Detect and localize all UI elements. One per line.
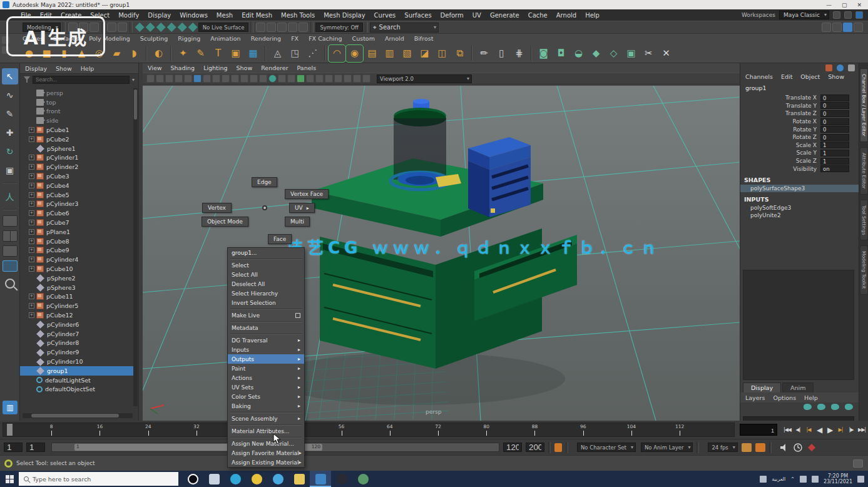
hypershade-icon[interactable]	[288, 23, 297, 32]
outliner-item-pCylinder4[interactable]: +pCylinder4	[20, 255, 134, 264]
snap-to-point-icon[interactable]	[156, 23, 166, 32]
outliner-item-pCube9[interactable]: +pCube9	[20, 246, 134, 255]
shaded-icon[interactable]	[278, 74, 286, 83]
boolean-difference-icon[interactable]: ◘	[553, 46, 569, 61]
select-camera-icon[interactable]	[146, 74, 155, 83]
modeling-toolkit-toggle-icon[interactable]	[854, 23, 863, 32]
menu-item-curves[interactable]: Curves	[370, 11, 401, 20]
scale-tool[interactable]: ▣	[2, 162, 18, 178]
layout-four-pane[interactable]	[3, 230, 18, 242]
shelf-tab-sculpting[interactable]: Sculpting	[140, 35, 168, 44]
poly-disc-icon[interactable]: ◗	[126, 46, 142, 61]
playback-end-field[interactable]	[503, 443, 522, 452]
outliner-search-input[interactable]	[33, 76, 130, 84]
shadows-icon[interactable]	[306, 74, 314, 83]
sidebar-tab-attribute-editor[interactable]: Attribute Editor	[860, 147, 868, 195]
current-frame-field[interactable]	[740, 424, 777, 436]
viewport-menu-panels[interactable]: Panels	[297, 64, 317, 72]
expand-toggle-icon[interactable]: +	[29, 257, 34, 262]
fps-select[interactable]: 24 fps	[708, 443, 737, 452]
outliner-item-pSphere2[interactable]: pSphere2	[20, 274, 134, 283]
exposure-icon[interactable]	[344, 74, 352, 83]
menu-item-mesh[interactable]: Mesh	[212, 11, 237, 20]
task-view-icon[interactable]	[203, 471, 225, 487]
shelf-tab-surfaces[interactable]: Surfaces	[53, 35, 79, 44]
outliner-filter-icon[interactable]	[24, 76, 30, 83]
shelf-menu-icon[interactable]	[2, 36, 9, 44]
menu-item-edit[interactable]: Edit	[36, 11, 56, 20]
curve-cv-icon[interactable]: ✦	[175, 46, 191, 61]
context-menu-item-actions[interactable]: Actions▸	[228, 373, 304, 382]
outliner-item-pCylinder2[interactable]: +pCylinder2	[20, 162, 134, 172]
expand-toggle-icon[interactable]: +	[29, 136, 34, 142]
outliner-menu-show[interactable]: Show	[56, 65, 72, 72]
menu-item-mesh-tools[interactable]: Mesh Tools	[277, 11, 319, 20]
context-menu-item-make-live[interactable]: Make Live	[228, 310, 304, 320]
channel-box-menu-show[interactable]: Show	[828, 73, 844, 80]
menu-item-modify[interactable]: Modify	[114, 11, 143, 20]
layer-visibility-icon[interactable]	[804, 404, 812, 410]
outliner-item-group1[interactable]: group1	[20, 366, 134, 376]
file-explorer-icon[interactable]	[288, 471, 310, 487]
outliner-item-pCylinder6[interactable]: pCylinder6	[20, 320, 134, 329]
expand-toggle-icon[interactable]: +	[29, 210, 34, 216]
minimize-button[interactable]: —	[826, 2, 832, 8]
shelf-tab-animation[interactable]: Animation	[210, 35, 240, 44]
outliner-item-pSphere1[interactable]: pSphere1	[20, 144, 134, 153]
layer-menu-options[interactable]: Options	[773, 394, 796, 401]
context-menu-item-select[interactable]: Select	[228, 260, 304, 270]
outliner-item-pCylinder10[interactable]: pCylinder10	[20, 357, 134, 366]
marking-menu-edge[interactable]: Edge	[252, 177, 277, 187]
context-menu-item-assign-existing-material[interactable]: Assign Existing Material▸	[228, 458, 304, 467]
animation-start-field[interactable]	[4, 443, 23, 452]
time-slider[interactable]: 81624324048566472808896104112	[3, 423, 735, 437]
viewport-menu-renderer[interactable]: Renderer	[261, 64, 288, 72]
context-menu-item-baking[interactable]: Baking▸	[228, 401, 304, 411]
construction-plane-icon[interactable]: ◬	[270, 46, 285, 61]
outliner-item-pCube4[interactable]: +pCube4	[20, 181, 134, 190]
shelf-tab-curves[interactable]: Curves	[23, 35, 43, 44]
close-button[interactable]: ✕	[857, 2, 862, 8]
channel-box-menu-object[interactable]: Object	[800, 73, 820, 80]
channel-value[interactable]: 0	[820, 102, 849, 109]
hash-icon[interactable]: ⋕	[511, 46, 527, 61]
step-forward-frame-button[interactable]: |▶	[846, 424, 856, 435]
lock-camera-icon[interactable]	[156, 74, 164, 83]
context-menu-item-invert-selection[interactable]: Invert Selection	[228, 298, 304, 307]
menu-item-display[interactable]: Display	[143, 11, 175, 20]
channel-hyperbolic-icon[interactable]	[848, 64, 855, 71]
taskbar-search[interactable]: Type here to search	[19, 472, 178, 486]
viewport-menu-lighting[interactable]: Lighting	[203, 64, 227, 72]
expand-toggle-icon[interactable]: +	[29, 238, 34, 244]
menu-item-create[interactable]: Create	[56, 11, 86, 20]
snap-to-projected-center-icon[interactable]	[167, 23, 176, 32]
context-menu-item-paint[interactable]: Paint▸	[228, 364, 304, 373]
select-tool[interactable]: ↖	[2, 68, 18, 85]
xray-icon[interactable]	[334, 74, 342, 83]
gate-mask-icon[interactable]	[231, 74, 239, 83]
outliner-item-pCube6[interactable]: +pCube6	[20, 208, 134, 218]
anim-layer-select[interactable]: No Anim Layer	[641, 443, 693, 452]
ipr-render-icon[interactable]	[267, 23, 276, 32]
start-button[interactable]	[0, 471, 19, 487]
outliner-item-pCube7[interactable]: +pCube7	[20, 218, 134, 227]
edge-icon[interactable]	[225, 471, 246, 487]
menu-item-select[interactable]: Select	[86, 11, 114, 20]
marking-menu-object-mode[interactable]: Object Mode	[202, 217, 248, 227]
layout-persp-outliner[interactable]	[3, 245, 18, 257]
menu-set-select[interactable]: Modeling	[23, 23, 61, 32]
auto-keyframe-icon[interactable]	[807, 443, 817, 452]
expand-toggle-icon[interactable]: +	[29, 183, 34, 188]
poly-sphere-icon[interactable]: ●	[21, 46, 37, 61]
boolean-union-icon[interactable]: ◙	[536, 46, 551, 61]
mirror-icon[interactable]: ⧉	[452, 46, 467, 61]
isolate-select-icon[interactable]	[362, 74, 370, 83]
expand-toggle-icon[interactable]: +	[29, 192, 34, 198]
zoom-tool-icon[interactable]	[5, 279, 15, 289]
cortana-icon[interactable]	[182, 471, 203, 487]
smooth-icon[interactable]: ▣	[623, 46, 639, 61]
grid-snap-indicator-icon[interactable]	[853, 459, 863, 468]
input-node-polySoftEdge3[interactable]: polySoftEdge3	[740, 204, 859, 212]
outliner-item-pCube8[interactable]: +pCube8	[20, 237, 134, 246]
outliner-item-pCylinder5[interactable]: +pCylinder5	[20, 301, 134, 310]
